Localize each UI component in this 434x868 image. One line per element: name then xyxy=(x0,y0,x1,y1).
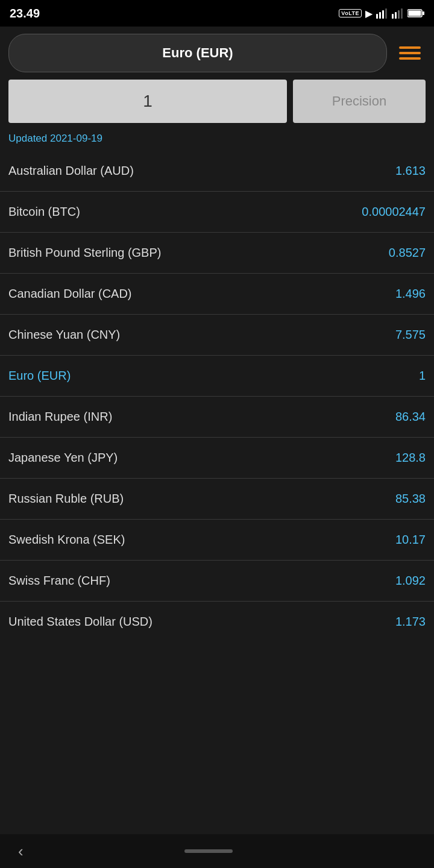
currency-name: Swiss Franc (CHF) xyxy=(8,574,110,588)
svg-rect-7 xyxy=(401,8,403,19)
currency-row[interactable]: Chinese Yuan (CNY)7.575 xyxy=(0,315,434,356)
currency-row[interactable]: Australian Dollar (AUD)1.613 xyxy=(0,151,434,192)
currency-name: British Pound Sterling (GBP) xyxy=(8,246,161,260)
currency-list: Australian Dollar (AUD)1.613Bitcoin (BTC… xyxy=(0,151,434,834)
currency-value: 0.00002447 xyxy=(362,205,426,219)
currency-row[interactable]: British Pound Sterling (GBP)0.8527 xyxy=(0,233,434,274)
currency-value: 128.8 xyxy=(395,451,426,465)
status-icons: VoLTE ▶ xyxy=(339,8,424,19)
currency-name: United States Dollar (USD) xyxy=(8,615,153,629)
menu-button[interactable] xyxy=(394,42,426,64)
svg-rect-0 xyxy=(376,14,378,19)
signal-icon xyxy=(376,8,387,19)
precision-button[interactable]: Precision xyxy=(293,80,426,123)
currency-value: 1 xyxy=(419,369,426,383)
currency-value: 1.613 xyxy=(395,164,426,178)
currency-name: Russian Ruble (RUB) xyxy=(8,492,124,506)
svg-rect-6 xyxy=(398,10,400,19)
home-indicator xyxy=(184,849,233,853)
status-bar: 23.49 VoLTE ▶ xyxy=(0,0,434,27)
bottom-nav: ‹ xyxy=(0,834,434,868)
currency-row[interactable]: Canadian Dollar (CAD)1.496 xyxy=(0,274,434,315)
currency-row[interactable]: Russian Ruble (RUB)85.38 xyxy=(0,479,434,520)
currency-value: 1.496 xyxy=(395,287,426,301)
svg-rect-9 xyxy=(423,11,424,15)
wifi-icon: ▶ xyxy=(365,8,373,19)
updated-text: Updated 2021-09-19 xyxy=(0,129,434,151)
currency-name: Canadian Dollar (CAD) xyxy=(8,287,132,301)
currency-row[interactable]: Euro (EUR)1 xyxy=(0,356,434,397)
currency-name: Chinese Yuan (CNY) xyxy=(8,328,120,342)
currency-row[interactable]: Swedish Krona (SEK)10.17 xyxy=(0,520,434,561)
currency-name: Bitcoin (BTC) xyxy=(8,205,80,219)
menu-line-3 xyxy=(399,57,421,60)
svg-rect-4 xyxy=(392,14,394,19)
currency-value: 10.17 xyxy=(395,533,426,547)
currency-name: Euro (EUR) xyxy=(8,369,71,383)
currency-row[interactable]: Bitcoin (BTC)0.00002447 xyxy=(0,192,434,233)
svg-rect-10 xyxy=(409,11,421,16)
currency-value: 1.092 xyxy=(395,574,426,588)
currency-name: Australian Dollar (AUD) xyxy=(8,164,134,178)
amount-input[interactable] xyxy=(8,80,287,123)
signal-icon-2 xyxy=(392,8,403,19)
currency-value: 86.34 xyxy=(395,410,426,424)
volte-icon: VoLTE xyxy=(339,9,362,17)
svg-rect-3 xyxy=(385,8,387,19)
currency-row[interactable]: United States Dollar (USD)1.173 xyxy=(0,602,434,642)
status-time: 23.49 xyxy=(10,7,40,20)
currency-name: Indian Rupee (INR) xyxy=(8,410,112,424)
currency-value: 1.173 xyxy=(395,615,426,629)
currency-name: Japanese Yen (JPY) xyxy=(8,451,118,465)
currency-row[interactable]: Swiss Franc (CHF)1.092 xyxy=(0,561,434,602)
back-button[interactable]: ‹ xyxy=(18,842,24,861)
svg-rect-5 xyxy=(395,12,397,19)
currency-value: 85.38 xyxy=(395,492,426,506)
header: Euro (EUR) xyxy=(0,27,434,80)
currency-row[interactable]: Japanese Yen (JPY)128.8 xyxy=(0,438,434,479)
input-row: Precision xyxy=(0,80,434,129)
menu-line-1 xyxy=(399,46,421,49)
currency-value: 0.8527 xyxy=(389,246,426,260)
currency-row[interactable]: Indian Rupee (INR)86.34 xyxy=(0,397,434,438)
menu-line-2 xyxy=(399,52,421,54)
svg-rect-2 xyxy=(382,10,384,19)
currency-name: Swedish Krona (SEK) xyxy=(8,533,125,547)
battery-icon xyxy=(407,8,424,18)
currency-value: 7.575 xyxy=(395,328,426,342)
svg-rect-1 xyxy=(379,12,381,19)
currency-selector-button[interactable]: Euro (EUR) xyxy=(8,34,387,72)
